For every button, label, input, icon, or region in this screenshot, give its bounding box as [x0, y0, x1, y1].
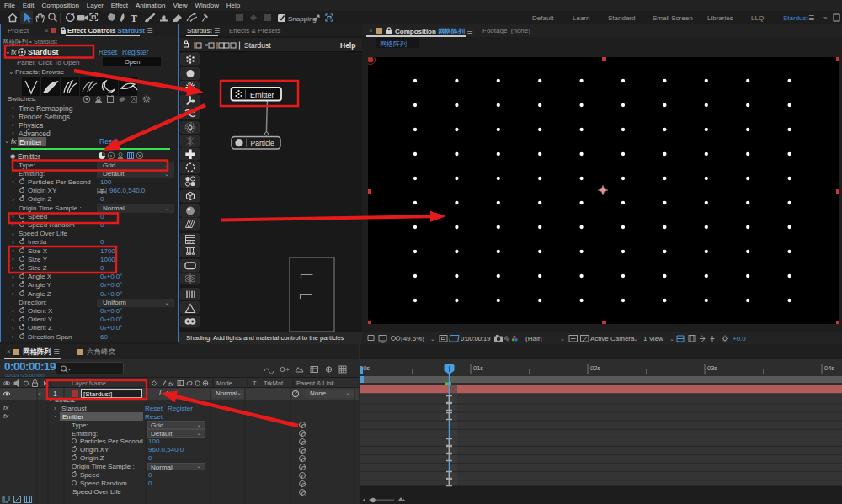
svg-text:⌄: ⌄: [633, 336, 638, 342]
svg-text:04s: 04s: [824, 364, 834, 372]
svg-text:Libraries: Libraries: [707, 14, 733, 22]
svg-text:Default: Default: [532, 14, 554, 22]
svg-text:LLQ: LLQ: [751, 14, 764, 22]
svg-text:02s: 02s: [590, 364, 600, 372]
svg-text:Active Camera: Active Camera: [590, 335, 635, 342]
svg-text:(49.5%): (49.5%): [401, 335, 424, 342]
svg-text:Stardust: Stardust: [783, 14, 809, 22]
svg-text:03s: 03s: [707, 364, 717, 372]
svg-text:Standard: Standard: [608, 14, 635, 22]
svg-text:(Half): (Half): [525, 335, 542, 342]
svg-text:Small Screen: Small Screen: [653, 14, 693, 22]
svg-text:☰: ☰: [808, 14, 814, 22]
svg-text:+0.0: +0.0: [733, 335, 746, 342]
svg-text:01s: 01s: [473, 364, 483, 372]
svg-text:Mode: Mode: [216, 379, 232, 387]
svg-text:T .TrkMat: T .TrkMat: [253, 379, 284, 387]
svg-text:⌄: ⌄: [430, 336, 435, 342]
svg-text:⌄: ⌄: [560, 336, 565, 342]
svg-text:Emitter: Emitter: [250, 91, 274, 99]
svg-text:fx: fx: [168, 380, 174, 388]
svg-text:Parent & Link: Parent & Link: [296, 379, 334, 387]
svg-text:⌄: ⌄: [669, 336, 674, 342]
svg-text:Particle: Particle: [251, 139, 275, 147]
svg-text:Layer Name: Layer Name: [72, 379, 106, 387]
svg-text:Snapping: Snapping: [288, 15, 317, 23]
svg-text:0:00:00:19: 0:00:00:19: [461, 335, 490, 342]
svg-text:T: T: [131, 13, 137, 24]
svg-text:Learn: Learn: [573, 14, 589, 22]
svg-text:1 View: 1 View: [643, 335, 663, 342]
svg-text:»: »: [823, 14, 828, 22]
